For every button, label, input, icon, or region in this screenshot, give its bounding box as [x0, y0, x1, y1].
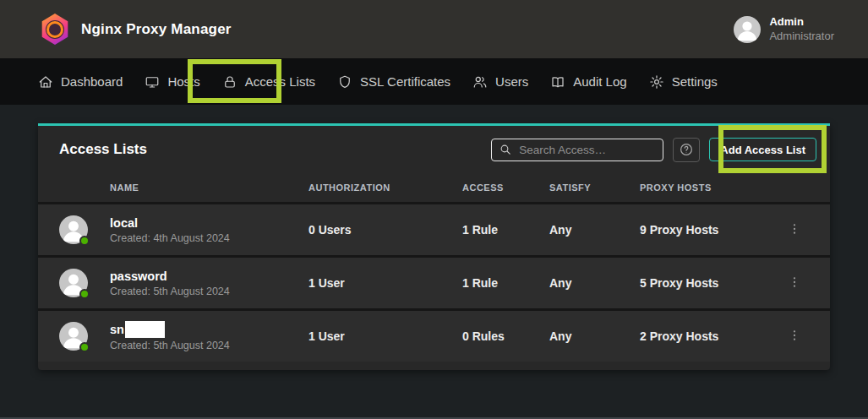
main-nav: Dashboard Hosts Access Lists SSL Certifi…	[0, 58, 868, 105]
page-content: Access Lists Add Access List NAME AUTHOR…	[0, 105, 868, 419]
user-role: Administrator	[769, 30, 834, 43]
kebab-icon	[788, 275, 801, 291]
nav-item-audit-log[interactable]: Audit Log	[539, 58, 637, 105]
gear-icon	[649, 74, 664, 90]
row-avatar	[59, 269, 88, 297]
column-header-proxy-hosts: PROXY HOSTS	[640, 182, 783, 193]
status-dot	[79, 342, 90, 352]
status-dot	[79, 236, 90, 246]
row-menu-button[interactable]	[783, 322, 806, 351]
kebab-icon	[788, 222, 801, 238]
kebab-icon	[788, 329, 801, 345]
nav-label: Dashboard	[61, 74, 123, 89]
nav-item-users[interactable]: Users	[461, 58, 539, 105]
column-header-authorization: AUTHORIZATION	[308, 182, 462, 193]
search-icon	[499, 143, 512, 156]
book-icon	[550, 74, 565, 90]
table-row[interactable]: sn Created: 5th August 2024 1 User 0 Rul…	[38, 308, 830, 362]
row-satisfy: Any	[549, 329, 640, 343]
row-access: 1 Rule	[462, 223, 549, 237]
nav-item-settings[interactable]: Settings	[638, 58, 729, 105]
search-box[interactable]	[491, 139, 663, 161]
column-header-name: NAME	[110, 182, 308, 193]
access-lists-panel: Access Lists Add Access List NAME AUTHOR…	[38, 123, 830, 370]
panel-title: Access Lists	[59, 141, 147, 158]
table-row[interactable]: local Created: 4th August 2024 0 Users 1…	[38, 202, 830, 255]
nav-label: SSL Certificates	[360, 74, 450, 89]
row-authorization: 1 User	[308, 276, 462, 290]
brand-link[interactable]: Nginx Proxy Manager	[41, 14, 232, 45]
status-dot	[79, 289, 90, 299]
row-created: Created: 5th August 2024	[110, 340, 308, 351]
users-icon	[472, 74, 488, 90]
nav-label: Audit Log	[573, 74, 626, 89]
panel-controls: Add Access List	[491, 138, 816, 162]
row-access: 0 Rules	[462, 329, 549, 343]
help-icon	[679, 142, 694, 157]
row-created: Created: 4th August 2024	[110, 232, 308, 244]
row-name: sn	[110, 321, 308, 338]
nav-item-hosts[interactable]: Hosts	[134, 58, 210, 105]
row-menu-button[interactable]	[783, 269, 806, 297]
nav-item-access-lists[interactable]: Access Lists	[211, 58, 326, 105]
redaction-box	[125, 321, 165, 338]
table-row[interactable]: password Created: 5th August 2024 1 User…	[38, 255, 830, 308]
row-satisfy: Any	[549, 223, 640, 237]
row-authorization: 0 Users	[308, 223, 462, 237]
user-name: Admin	[769, 15, 834, 29]
row-menu-button[interactable]	[783, 215, 806, 244]
nav-label: Users	[495, 74, 528, 89]
search-input[interactable]	[519, 144, 656, 156]
topbar: Nginx Proxy Manager Admin Administrator	[0, 0, 868, 58]
nav-item-dashboard[interactable]: Dashboard	[27, 58, 134, 105]
table-header: NAME AUTHORIZATION ACCESS SATISFY PROXY …	[38, 173, 830, 202]
row-proxy-hosts: 9 Proxy Hosts	[640, 223, 783, 237]
row-name: password	[110, 269, 308, 285]
user-menu[interactable]: Admin Administrator	[734, 15, 834, 43]
help-button[interactable]	[673, 138, 700, 162]
row-proxy-hosts: 2 Proxy Hosts	[640, 329, 783, 343]
user-avatar	[734, 16, 761, 43]
row-authorization: 1 User	[308, 329, 462, 343]
panel-header: Access Lists Add Access List	[38, 126, 830, 173]
row-avatar	[59, 322, 88, 351]
app-logo-icon	[41, 14, 69, 45]
nav-item-ssl-certificates[interactable]: SSL Certificates	[326, 58, 461, 105]
nav-label: Access Lists	[245, 74, 315, 89]
home-icon	[38, 74, 53, 90]
app-title: Nginx Proxy Manager	[81, 21, 232, 38]
monitor-icon	[145, 74, 160, 90]
row-satisfy: Any	[549, 276, 640, 290]
row-name: local	[110, 215, 308, 231]
row-access: 1 Rule	[462, 276, 549, 290]
column-header-satisfy: SATISFY	[549, 182, 640, 193]
nav-label: Hosts	[167, 74, 199, 89]
row-proxy-hosts: 5 Proxy Hosts	[640, 276, 783, 290]
column-header-access: ACCESS	[462, 182, 549, 193]
shield-icon	[337, 74, 352, 90]
nav-label: Settings	[672, 74, 718, 89]
lock-icon	[222, 74, 237, 90]
row-avatar	[59, 215, 88, 244]
row-created: Created: 5th August 2024	[110, 286, 308, 297]
add-access-list-button[interactable]: Add Access List	[709, 138, 816, 161]
